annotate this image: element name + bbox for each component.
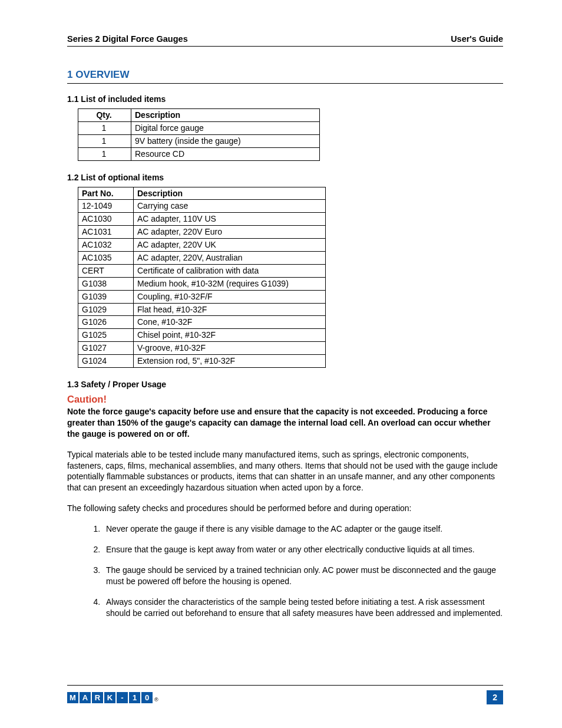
part-cell: G1029 bbox=[78, 303, 134, 316]
logo-char: K bbox=[104, 692, 115, 703]
safety-item: Always consider the characteristics of t… bbox=[103, 597, 503, 619]
col-part-header: Part No. bbox=[78, 187, 134, 200]
desc-cell: Digital force gauge bbox=[131, 121, 320, 134]
desc-cell: Medium hook, #10-32M (requires G1039) bbox=[134, 277, 326, 290]
table-row: CERTCertificate of calibration with data bbox=[78, 264, 326, 277]
desc-cell: Flat head, #10-32F bbox=[134, 303, 326, 316]
part-cell: AC1032 bbox=[78, 239, 134, 252]
desc-cell: 9V battery (inside the gauge) bbox=[131, 134, 320, 147]
header-right: User's Guide bbox=[451, 34, 503, 44]
safety-paragraph-1: Typical materials able to be tested incl… bbox=[67, 449, 503, 494]
included-items-table: Qty. Description 1Digital force gauge19V… bbox=[78, 108, 320, 161]
part-cell: AC1031 bbox=[78, 226, 134, 239]
desc-cell: Certificate of calibration with data bbox=[134, 264, 326, 277]
safety-item: The gauge should be serviced by a traine… bbox=[103, 565, 503, 587]
table-row: AC1030AC adapter, 110V US bbox=[78, 213, 326, 226]
part-cell: G1025 bbox=[78, 329, 134, 342]
table-row: G1038Medium hook, #10-32M (requires G103… bbox=[78, 277, 326, 290]
table-row: G1027V-groove, #10-32F bbox=[78, 342, 326, 355]
desc-cell: Extension rod, 5", #10-32F bbox=[134, 355, 326, 368]
subheading-1-2: 1.2 List of optional items bbox=[67, 173, 503, 182]
logo-char: A bbox=[80, 692, 91, 703]
table-header-row: Qty. Description bbox=[78, 109, 320, 122]
qty-cell: 1 bbox=[78, 134, 131, 147]
table-row: G1039Coupling, #10-32F/F bbox=[78, 290, 326, 303]
table-row: AC1035AC adapter, 220V, Australian bbox=[78, 252, 326, 265]
desc-cell: Cone, #10-32F bbox=[134, 316, 326, 329]
table-row: G1025Chisel point, #10-32F bbox=[78, 329, 326, 342]
desc-cell: AC adapter, 220V, Australian bbox=[134, 252, 326, 265]
qty-cell: 1 bbox=[78, 121, 131, 134]
desc-cell: Coupling, #10-32F/F bbox=[134, 290, 326, 303]
table-row: 19V battery (inside the gauge) bbox=[78, 134, 320, 147]
desc-cell: V-groove, #10-32F bbox=[134, 342, 326, 355]
table-row: G1029Flat head, #10-32F bbox=[78, 303, 326, 316]
col-qty-header: Qty. bbox=[78, 109, 131, 122]
safety-paragraph-2: The following safety checks and procedur… bbox=[67, 503, 503, 514]
desc-cell: AC adapter, 220V Euro bbox=[134, 226, 326, 239]
caution-note: Note the force gauge's capacity before u… bbox=[67, 406, 503, 440]
section-title: 1 OVERVIEW bbox=[67, 69, 503, 84]
part-cell: AC1030 bbox=[78, 213, 134, 226]
header-left: Series 2 Digital Force Gauges bbox=[67, 34, 188, 44]
part-cell: G1026 bbox=[78, 316, 134, 329]
page-footer: MARK-10® 2 bbox=[67, 685, 503, 704]
part-cell: AC1035 bbox=[78, 252, 134, 265]
logo-char: M bbox=[67, 692, 78, 703]
part-cell: CERT bbox=[78, 264, 134, 277]
logo-char: R bbox=[92, 692, 103, 703]
part-cell: G1038 bbox=[78, 277, 134, 290]
logo-char: 0 bbox=[141, 692, 153, 703]
part-cell: G1039 bbox=[78, 290, 134, 303]
qty-cell: 1 bbox=[78, 147, 131, 160]
table-row: 12-1049Carrying case bbox=[78, 200, 326, 213]
table-row: G1026Cone, #10-32F bbox=[78, 316, 326, 329]
page-number: 2 bbox=[487, 690, 503, 704]
logo-char: - bbox=[117, 692, 128, 703]
part-cell: G1024 bbox=[78, 355, 134, 368]
safety-list: Never operate the gauge if there is any … bbox=[91, 523, 503, 618]
optional-items-table: Part No. Description 12-1049Carrying cas… bbox=[78, 187, 326, 368]
table-row: G1024Extension rod, 5", #10-32F bbox=[78, 355, 326, 368]
col-desc-header: Description bbox=[134, 187, 326, 200]
caution-label: Caution! bbox=[67, 394, 503, 405]
footer-rule bbox=[67, 685, 503, 686]
table-row: 1Digital force gauge bbox=[78, 121, 320, 134]
desc-cell: AC adapter, 110V US bbox=[134, 213, 326, 226]
safety-item: Never operate the gauge if there is any … bbox=[103, 523, 503, 535]
part-cell: G1027 bbox=[78, 342, 134, 355]
registered-mark: ® bbox=[154, 697, 158, 703]
part-cell: 12-1049 bbox=[78, 200, 134, 213]
desc-cell: Carrying case bbox=[134, 200, 326, 213]
subheading-1-3: 1.3 Safety / Proper Usage bbox=[67, 380, 503, 389]
desc-cell: Resource CD bbox=[131, 147, 320, 160]
logo-char: 1 bbox=[129, 692, 140, 703]
page-header: Series 2 Digital Force Gauges User's Gui… bbox=[67, 34, 503, 47]
col-desc-header: Description bbox=[131, 109, 320, 122]
desc-cell: AC adapter, 220V UK bbox=[134, 239, 326, 252]
table-header-row: Part No. Description bbox=[78, 187, 326, 200]
table-row: 1Resource CD bbox=[78, 147, 320, 160]
desc-cell: Chisel point, #10-32F bbox=[134, 329, 326, 342]
table-row: AC1031AC adapter, 220V Euro bbox=[78, 226, 326, 239]
safety-item: Ensure that the gauge is kept away from … bbox=[103, 544, 503, 555]
brand-logo: MARK-10® bbox=[67, 692, 158, 703]
subheading-1-1: 1.1 List of included items bbox=[67, 94, 503, 104]
table-row: AC1032AC adapter, 220V UK bbox=[78, 239, 326, 252]
